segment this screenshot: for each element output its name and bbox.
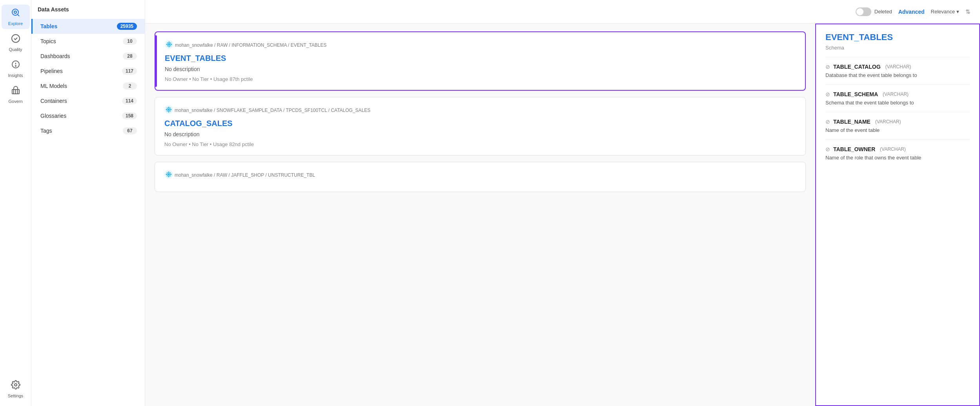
card-desc-catalog-sales: No description bbox=[164, 131, 796, 137]
svg-point-0 bbox=[12, 9, 18, 15]
card-meta-catalog-sales: No Owner • No Tier • Usage 82nd pctile bbox=[164, 141, 796, 147]
category-topics-count: 10 bbox=[123, 38, 137, 45]
category-tables-label: Tables bbox=[40, 23, 57, 29]
card-desc-event-tables: No description bbox=[165, 66, 796, 72]
category-ml-models-count: 2 bbox=[123, 82, 137, 90]
category-tags-count: 67 bbox=[123, 127, 137, 134]
govern-icon bbox=[11, 86, 20, 97]
field-name-row-table-owner: ⊘ TABLE_OWNER (VARCHAR) bbox=[825, 146, 970, 152]
card-breadcrumb-event-tables: mohan_snowfalke / RAW / INFORMATION_SCHE… bbox=[165, 40, 796, 50]
snowflake-icon-1 bbox=[165, 40, 173, 50]
sidebar-item-govern[interactable]: Govern bbox=[2, 82, 30, 107]
field-name-row-table-name: ⊘ TABLE_NAME (VARCHAR) bbox=[825, 119, 970, 125]
relevance-label: Relevance bbox=[931, 9, 955, 15]
category-sidebar: Data Assets Tables 25935 Topics 10 Dashb… bbox=[31, 0, 145, 406]
settings-icon bbox=[11, 380, 20, 392]
field-name-row-table-catalog: ⊘ TABLE_CATALOG (VARCHAR) bbox=[825, 64, 970, 70]
category-containers-count: 114 bbox=[122, 97, 137, 104]
snowflake-icon-2 bbox=[164, 105, 173, 115]
breadcrumb-text-3: mohan_snowfalke / RAW / JAFFLE_SHOP / UN… bbox=[175, 172, 315, 178]
advanced-link[interactable]: Advanced bbox=[898, 9, 925, 15]
sidebar-item-quality[interactable]: Quality bbox=[2, 31, 30, 55]
category-ml-models-label: ML Models bbox=[40, 83, 67, 89]
settings-label: Settings bbox=[8, 393, 24, 398]
explore-icon bbox=[11, 8, 20, 20]
category-tags-label: Tags bbox=[40, 128, 52, 134]
category-pipelines[interactable]: Pipelines 117 bbox=[31, 64, 145, 79]
field-name-table-name: TABLE_NAME bbox=[833, 119, 871, 125]
category-dashboards[interactable]: Dashboards 28 bbox=[31, 49, 145, 64]
govern-label: Govern bbox=[8, 99, 22, 104]
result-card-catalog-sales[interactable]: mohan_snowfalke / SNOWFLAKE_SAMPLE_DATA … bbox=[155, 97, 806, 155]
schema-field-table-owner: ⊘ TABLE_OWNER (VARCHAR) Name of the role… bbox=[825, 139, 970, 167]
result-card-event-tables[interactable]: mohan_snowfalke / RAW / INFORMATION_SCHE… bbox=[155, 31, 806, 91]
schema-field-table-schema: ⊘ TABLE_SCHEMA (VARCHAR) Schema that the… bbox=[825, 84, 970, 112]
insights-icon bbox=[11, 60, 20, 71]
null-icon-1: ⊘ bbox=[825, 64, 830, 70]
detail-title: EVENT_TABLES bbox=[825, 32, 970, 42]
insights-label: Insights bbox=[8, 73, 23, 78]
deleted-toggle[interactable] bbox=[856, 7, 871, 16]
svg-point-12 bbox=[15, 384, 17, 386]
card-breadcrumb-catalog-sales: mohan_snowfalke / SNOWFLAKE_SAMPLE_DATA … bbox=[164, 105, 796, 115]
breadcrumb-text-1: mohan_snowfalke / RAW / INFORMATION_SCHE… bbox=[175, 42, 327, 48]
field-type-table-name: (VARCHAR) bbox=[875, 119, 901, 124]
field-type-table-owner: (VARCHAR) bbox=[880, 146, 906, 152]
field-desc-table-name: Name of the event table bbox=[825, 127, 970, 133]
field-desc-table-schema: Schema that the event table belongs to bbox=[825, 100, 970, 106]
category-glossaries-label: Glossaries bbox=[40, 113, 66, 119]
category-containers-label: Containers bbox=[40, 98, 67, 104]
deleted-label: Deleted bbox=[874, 9, 892, 15]
schema-field-table-name: ⊘ TABLE_NAME (VARCHAR) Name of the event… bbox=[825, 112, 970, 139]
result-card-unstructure-tbl[interactable]: mohan_snowfalke / RAW / JAFFLE_SHOP / UN… bbox=[155, 162, 806, 192]
sidebar-title: Data Assets bbox=[31, 6, 145, 19]
category-pipelines-count: 117 bbox=[122, 68, 137, 75]
field-type-table-catalog: (VARCHAR) bbox=[885, 64, 911, 69]
detail-section-label: Schema bbox=[825, 45, 970, 51]
category-dashboards-label: Dashboards bbox=[40, 53, 70, 59]
field-name-table-owner: TABLE_OWNER bbox=[833, 146, 875, 152]
svg-point-6 bbox=[15, 66, 16, 66]
card-breadcrumb-unstructure-tbl: mohan_snowfalke / RAW / JAFFLE_SHOP / UN… bbox=[164, 170, 796, 180]
svg-point-2 bbox=[14, 11, 16, 13]
null-icon-2: ⊘ bbox=[825, 91, 830, 97]
sidebar-item-settings[interactable]: Settings bbox=[2, 377, 30, 401]
null-icon-3: ⊘ bbox=[825, 119, 830, 125]
snowflake-icon-3 bbox=[164, 170, 173, 180]
field-desc-table-catalog: Database that the event table belongs to bbox=[825, 72, 970, 78]
sidebar-item-explore[interactable]: Explore bbox=[2, 5, 30, 29]
field-name-table-schema: TABLE_SCHEMA bbox=[833, 91, 878, 97]
category-topics[interactable]: Topics 10 bbox=[31, 34, 145, 49]
category-ml-models[interactable]: ML Models 2 bbox=[31, 79, 145, 93]
field-type-table-schema: (VARCHAR) bbox=[883, 91, 909, 97]
top-bar: Deleted Advanced Relevance ▾ ⇅ bbox=[145, 0, 980, 24]
field-desc-table-owner: Name of the role that owns the event tab… bbox=[825, 155, 970, 161]
svg-point-3 bbox=[12, 35, 20, 42]
content-body: mohan_snowfalke / RAW / INFORMATION_SCHE… bbox=[145, 24, 980, 406]
category-tags[interactable]: Tags 67 bbox=[31, 123, 145, 138]
relevance-button[interactable]: Relevance ▾ bbox=[931, 9, 959, 15]
sidebar-item-insights[interactable]: Insights bbox=[2, 57, 30, 81]
breadcrumb-text-2: mohan_snowfalke / SNOWFLAKE_SAMPLE_DATA … bbox=[175, 108, 370, 113]
field-name-table-catalog: TABLE_CATALOG bbox=[833, 64, 881, 70]
category-dashboards-count: 28 bbox=[123, 53, 137, 60]
svg-line-1 bbox=[17, 15, 19, 16]
category-pipelines-label: Pipelines bbox=[40, 68, 63, 74]
category-topics-label: Topics bbox=[40, 38, 56, 44]
main-content: Deleted Advanced Relevance ▾ ⇅ bbox=[145, 0, 980, 406]
nav-sidebar: Explore Quality Insights bbox=[0, 0, 31, 406]
category-tables-count: 25935 bbox=[117, 23, 137, 30]
detail-panel: EVENT_TABLES Schema ⊘ TABLE_CATALOG (VAR… bbox=[815, 24, 980, 406]
deleted-toggle-wrap: Deleted bbox=[856, 7, 892, 16]
category-containers[interactable]: Containers 114 bbox=[31, 93, 145, 108]
category-glossaries[interactable]: Glossaries 158 bbox=[31, 108, 145, 123]
explore-label: Explore bbox=[8, 21, 23, 26]
chevron-down-icon: ▾ bbox=[956, 9, 959, 15]
card-title-event-tables: EVENT_TABLES bbox=[165, 54, 796, 63]
field-name-row-table-schema: ⊘ TABLE_SCHEMA (VARCHAR) bbox=[825, 91, 970, 97]
sort-icon[interactable]: ⇅ bbox=[965, 8, 971, 15]
schema-field-table-catalog: ⊘ TABLE_CATALOG (VARCHAR) Database that … bbox=[825, 57, 970, 84]
quality-label: Quality bbox=[9, 47, 22, 52]
quality-icon bbox=[11, 34, 20, 46]
category-tables[interactable]: Tables 25935 bbox=[31, 19, 145, 34]
